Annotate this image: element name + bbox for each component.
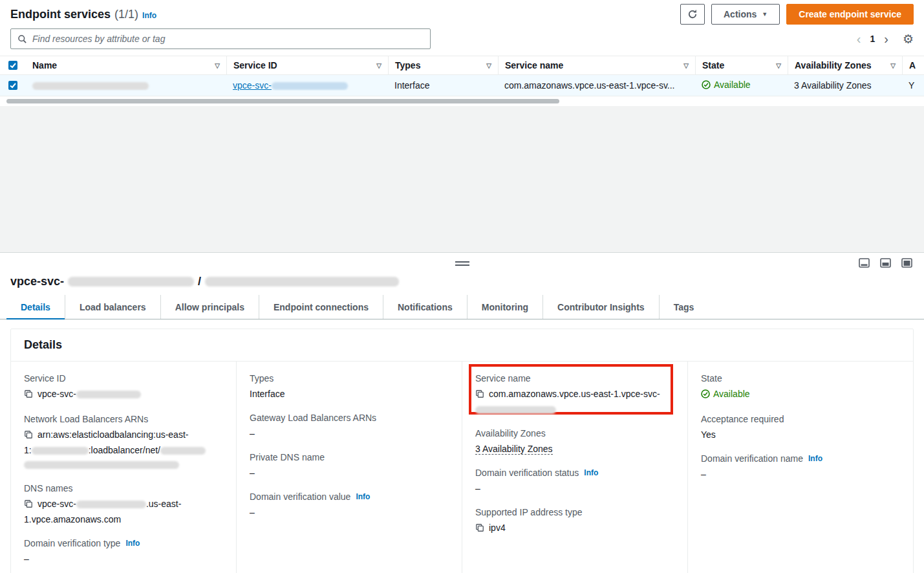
copy-icon[interactable] xyxy=(24,429,33,443)
column-header-service-name[interactable]: Service name ▽ xyxy=(498,56,695,74)
column-header-types[interactable]: Types ▽ xyxy=(388,56,498,74)
row-checkbox[interactable] xyxy=(0,81,26,90)
content-background xyxy=(0,106,924,253)
service-name-text: com.amazonaws.vpce.us-east-1.vpce-svc- xyxy=(489,389,660,399)
nlb-arn-text: arn:aws:elasticloadbalancing:us-east- xyxy=(38,429,188,440)
state-badge: Available xyxy=(702,80,751,90)
redacted-text xyxy=(272,82,348,90)
column-header-name[interactable]: Name ▽ xyxy=(26,56,226,74)
info-link[interactable]: Info xyxy=(808,454,822,463)
field-label: DNS names xyxy=(24,483,223,493)
details-column-1: Service ID vpce-svc- Network Load Balanc… xyxy=(11,362,237,573)
table-controls-row: ‹ 1 › ⚙ xyxy=(0,28,924,56)
filter-icon[interactable]: ▽ xyxy=(890,62,896,69)
field-service-name: Service name com.amazonaws.vpce.us-east-… xyxy=(475,373,674,416)
column-header-label: Availability Zones xyxy=(795,60,872,70)
next-page-icon[interactable]: › xyxy=(884,32,888,45)
field-value: – xyxy=(475,481,674,495)
service-id-prefix: vpce-svc- xyxy=(233,80,272,91)
filter-icon[interactable]: ▽ xyxy=(486,62,491,69)
column-header-label: Service ID xyxy=(233,60,277,70)
field-private-dns-name: Private DNS name – xyxy=(250,452,449,480)
state-badge: Available xyxy=(701,387,750,401)
tab-details[interactable]: Details xyxy=(6,295,65,319)
filter-icon[interactable]: ▽ xyxy=(683,62,689,69)
dns-name-text: .us-east- xyxy=(146,499,181,509)
search-input[interactable] xyxy=(32,34,424,44)
column-header-label: Types xyxy=(395,60,420,70)
actions-button-label: Actions xyxy=(724,9,757,19)
details-card: Details Service ID vpce-svc- Network Loa… xyxy=(10,329,914,573)
endpoint-services-table: Name ▽ Service ID ▽ Types ▽ Service name… xyxy=(0,56,924,106)
tab-load-balancers[interactable]: Load balancers xyxy=(65,295,160,319)
service-id-link[interactable]: vpce-svc- xyxy=(233,80,348,91)
settings-gear-icon[interactable]: ⚙ xyxy=(903,32,914,47)
field-supported-ip-address-type: Supported IP address type ipv4 xyxy=(475,507,674,536)
field-value: – xyxy=(250,505,449,519)
column-header-label: Service name xyxy=(505,60,563,70)
field-value: – xyxy=(701,467,900,481)
search-box[interactable] xyxy=(10,28,431,49)
dns-name-text: 1.vpce.amazonaws.com xyxy=(24,514,121,524)
availability-zones-link[interactable]: 3 Availability Zones xyxy=(794,80,872,91)
tab-monitoring[interactable]: Monitoring xyxy=(467,295,543,319)
current-page[interactable]: 1 xyxy=(870,34,875,44)
field-domain-verification-value: Domain verification value Info – xyxy=(250,492,449,519)
field-gateway-lb-arns: Gateway Load Balancers ARNs – xyxy=(250,413,449,440)
cell-name xyxy=(26,80,226,91)
tab-allow-principals[interactable]: Allow principals xyxy=(160,295,259,319)
copy-icon[interactable] xyxy=(24,498,33,512)
actions-button[interactable]: Actions ▼ xyxy=(711,4,780,25)
availability-zones-link[interactable]: 3 Availability Zones xyxy=(475,444,553,455)
column-header-service-id[interactable]: Service ID ▽ xyxy=(226,56,388,74)
redacted-text xyxy=(76,391,141,398)
field-value: Yes xyxy=(701,427,900,442)
previous-page-icon[interactable]: ‹ xyxy=(857,32,861,45)
info-link[interactable]: Info xyxy=(584,468,598,477)
scrollbar-thumb[interactable] xyxy=(6,99,559,103)
filter-icon[interactable]: ▽ xyxy=(776,62,781,69)
page-title-text: Endpoint services xyxy=(10,8,111,21)
column-header-truncated[interactable]: A xyxy=(902,56,924,74)
field-value: vpce-svc-.us-east- 1.vpce.amazonaws.com xyxy=(24,497,223,526)
info-link[interactable]: Info xyxy=(125,539,140,548)
state-label: Available xyxy=(714,80,751,90)
horizontal-scrollbar xyxy=(0,96,924,106)
panel-maximize-icon[interactable] xyxy=(901,258,912,268)
cell-truncated: Y xyxy=(902,80,924,91)
panel-position-bottom-icon[interactable] xyxy=(859,258,870,268)
field-dns-names: DNS names vpce-svc-.us-east- 1.vpce.amaz… xyxy=(24,483,223,526)
panel-drag-handle-icon[interactable] xyxy=(455,261,469,268)
table-header-row: Name ▽ Service ID ▽ Types ▽ Service name… xyxy=(0,56,924,75)
copy-icon[interactable] xyxy=(475,388,484,402)
column-header-availability-zones[interactable]: Availability Zones ▽ xyxy=(788,56,902,74)
panel-split-icon[interactable] xyxy=(880,258,891,268)
field-label: Private DNS name xyxy=(250,452,449,462)
field-label-text: Domain verification status xyxy=(475,468,579,478)
tab-endpoint-connections[interactable]: Endpoint connections xyxy=(259,295,383,319)
field-label: Domain verification status Info xyxy=(475,468,674,478)
info-link[interactable]: Info xyxy=(356,492,370,501)
field-label: Domain verification value Info xyxy=(250,492,449,502)
filter-icon[interactable]: ▽ xyxy=(215,62,220,69)
field-label-text: Domain verification name xyxy=(701,453,803,464)
tab-notifications[interactable]: Notifications xyxy=(383,295,467,319)
tab-tags[interactable]: Tags xyxy=(659,295,709,319)
copy-icon[interactable] xyxy=(475,522,484,536)
refresh-button[interactable] xyxy=(680,4,705,25)
field-label: Availability Zones xyxy=(475,428,674,438)
copy-icon[interactable] xyxy=(24,388,33,402)
detail-tabs: Details Load balancers Allow principals … xyxy=(0,295,924,319)
column-header-label: Name xyxy=(32,60,57,70)
resource-title-separator: / xyxy=(198,275,201,288)
select-all-checkbox[interactable] xyxy=(0,56,26,74)
tab-contributor-insights[interactable]: Contributor Insights xyxy=(543,295,659,319)
resource-count: (1/1) xyxy=(114,8,138,21)
table-row[interactable]: vpce-svc- Interface com.amazonaws.vpce.u… xyxy=(0,75,924,96)
create-endpoint-service-button[interactable]: Create endpoint service xyxy=(786,4,914,25)
column-header-label: State xyxy=(702,60,724,70)
field-label: Types xyxy=(250,373,449,384)
info-link[interactable]: Info xyxy=(142,11,156,20)
column-header-state[interactable]: State ▽ xyxy=(695,56,788,74)
filter-icon[interactable]: ▽ xyxy=(376,62,381,69)
